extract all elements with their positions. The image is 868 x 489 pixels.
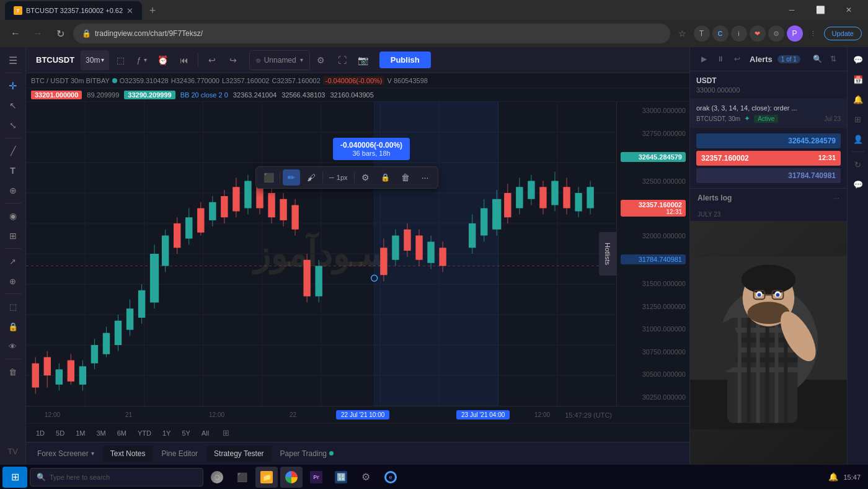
sidebar-arrow-icon[interactable]: ↖ [2,96,24,115]
indicator-icon[interactable]: ƒ ▾ [131,50,151,70]
taskbar-app-explorer[interactable]: 📁 [255,467,278,488]
taskbar-app-calc[interactable]: 🔢 [330,467,352,488]
sidebar-chart-icon[interactable]: ⬚ [2,297,24,316]
compare-button[interactable]: ⊞ [218,425,234,441]
alerts-log-more-icon[interactable]: ··· [833,194,839,202]
url-bar[interactable]: 🔒 tradingview.com/chart/9F7Teksz/ [73,24,670,43]
right-icon-alert-bell[interactable]: 🔔 [849,91,867,108]
sidebar-trend-icon[interactable]: ╱ [2,141,24,160]
taskbar-app-settings[interactable]: ⚙ [355,467,377,488]
right-icon-person[interactable]: 👤 [849,130,867,148]
ft-more-icon[interactable]: ··· [417,169,434,186]
right-icon-calendar[interactable]: 📅 [849,71,867,88]
tf-5d-button[interactable]: 5D [51,428,69,439]
unnamed-dropdown[interactable]: ⌾ Unnamed ▾ [249,50,310,70]
ft-trash-icon[interactable]: 🗑 [397,169,414,186]
tf-1d-button[interactable]: 1D [31,428,50,439]
ext-icon-2[interactable]: C [712,25,728,42]
chart-type-icon[interactable]: ⬚ [110,50,130,70]
tab-close-icon[interactable]: ✕ [126,6,133,16]
ft-settings-icon[interactable]: ⚙ [357,169,374,186]
screenshot-icon[interactable]: 📷 [353,50,373,70]
sidebar-pattern-icon[interactable]: ⊕ [2,181,24,200]
sidebar-crosshair-icon[interactable]: ✛ [2,76,24,95]
tab-pine-editor[interactable]: Pine Editor [154,446,205,462]
alert-item[interactable]: orak (3, 3, 14, 14, close): order ... BT… [690,99,847,128]
ft-lock-icon[interactable]: 🔒 [377,169,394,186]
ext-icon-3[interactable]: i [731,25,747,42]
ext-icon-6[interactable]: ⋮ [805,25,822,42]
tf-6m-button[interactable]: 6M [112,428,131,439]
taskbar-app-browser2[interactable]: e [379,467,402,488]
update-button[interactable]: Update [824,27,862,40]
sidebar-zoom-icon[interactable]: ⊕ [2,272,24,290]
tab-strategy-tester[interactable]: Strategy Tester [206,446,271,462]
tf-1m-button[interactable]: 1M [71,428,90,439]
alerts-back-icon[interactable]: ↩ [730,52,745,66]
svg-point-121 [742,264,796,294]
right-icon-chat-2[interactable]: 💬 [849,176,867,193]
ext-icon-5[interactable]: ⚙ [768,25,784,42]
alerts-pause-icon[interactable]: ⏸ [713,52,728,66]
sidebar-text-icon[interactable]: T [2,161,24,180]
forward-button[interactable]: → [29,24,47,43]
tab-paper-trading[interactable]: Paper Trading [273,446,341,462]
tf-1y-button[interactable]: 1Y [157,428,175,439]
alerts-search-icon[interactable]: 🔍 [810,52,825,66]
hotlist-button[interactable]: Hotlists [599,232,616,276]
right-icon-chat[interactable]: 💬 [849,51,867,68]
fullscreen-icon[interactable]: ⛶ [332,50,352,70]
taskbar-search-box[interactable]: 🔍 Type here to search [30,468,203,487]
chart-svg-container[interactable]: سـودآموز [26,102,616,406]
redo-icon[interactable]: ↪ [223,50,243,70]
ext-icon-1[interactable]: T [694,25,710,42]
refresh-button[interactable]: ↻ [51,24,69,43]
sidebar-lock-icon[interactable]: 🔒 [2,317,24,336]
taskbar-app-taskview[interactable]: ⬛ [231,467,253,488]
tf-5y-button[interactable]: 5Y [177,428,195,439]
close-button[interactable]: ✕ [835,1,863,19]
ft-line-style[interactable]: ─ 1px [326,173,352,182]
tf-ytd-button[interactable]: YTD [133,428,156,439]
maximize-button[interactable]: ⬜ [806,1,835,19]
sidebar-brush-icon[interactable]: ⊞ [2,227,24,245]
new-tab-button[interactable]: + [144,2,161,19]
right-icon-rotate[interactable]: ↻ [849,156,867,173]
tf-all-button[interactable]: All [197,428,214,439]
time-axis: 12:00 21 12:00 22 22 Jul '21 10:00 23 Ju… [26,406,689,423]
windows-start-button[interactable]: ⊞ [2,467,27,488]
settings-icon[interactable]: ⚙ [311,50,331,70]
sidebar-ruler-icon[interactable]: ↗ [2,252,24,271]
sidebar-expand-icon[interactable]: ⤡ [2,116,24,135]
ft-pencil-icon[interactable]: ✏ [283,169,300,186]
publish-button[interactable]: Publish [379,52,431,68]
star-icon[interactable]: ☆ [674,25,691,42]
replay-icon[interactable]: ⏮ [174,50,194,70]
undo-icon[interactable]: ↩ [202,50,222,70]
current-price-1: 33201.000000 [31,91,82,99]
sidebar-trash-icon[interactable]: 🗑 [2,362,24,381]
alerts-sort-icon[interactable]: ⇅ [826,52,841,66]
active-tab[interactable]: T BTCUSDT 32357.160002 +0.62 ✕ [5,1,142,20]
timeframe-button[interactable]: 30m ▾ [81,50,109,70]
tab-text-notes[interactable]: Text Notes [103,446,153,462]
back-button[interactable]: ← [6,24,25,43]
sidebar-menu-icon[interactable]: ☰ [2,51,24,70]
right-icon-grid[interactable]: ⊞ [849,110,867,128]
taskbar-app-chrome[interactable] [280,467,303,488]
tf-3m-button[interactable]: 3M [91,428,110,439]
ft-brush-icon[interactable]: 🖌 [303,169,320,186]
ft-select-icon[interactable]: ⬛ [260,169,277,186]
ext-icon-4[interactable]: ❤ [750,25,766,42]
sidebar-fib-icon[interactable]: ◉ [2,207,24,225]
taskbar-app-premiere[interactable]: Pr [305,467,327,488]
profile-icon[interactable]: P [787,25,803,42]
tab-forex-screener[interactable]: Forex Screener ▾ [30,446,102,462]
sidebar-eye-icon[interactable]: 👁 [2,337,24,356]
alert-icon[interactable]: ⏰ [153,50,173,70]
minimize-button[interactable]: ─ [777,1,806,19]
taskbar-notification-icon[interactable]: 🔔 [828,472,838,482]
taskbar-app-cortana[interactable]: ◌ [206,467,228,488]
symbol-button[interactable]: BTCUSDT [31,50,79,70]
alerts-play-icon[interactable]: ▶ [696,52,711,66]
